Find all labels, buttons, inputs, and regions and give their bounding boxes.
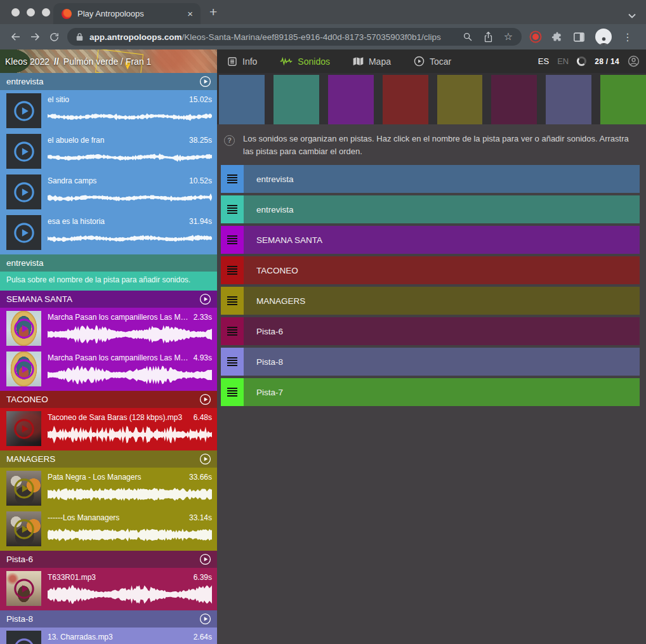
track-row-drag-handle[interactable] xyxy=(221,287,244,315)
address-bar[interactable]: app.antropoloops.com/Kleos-Santa-Marina/… xyxy=(67,28,522,46)
clip-item[interactable]: ------Los Mananagers 33.14s xyxy=(0,508,217,549)
track-play-button[interactable] xyxy=(199,553,211,565)
track-row-body[interactable]: Pista-6 xyxy=(244,317,640,345)
clip-thumbnail[interactable] xyxy=(6,352,41,386)
track-play-button[interactable] xyxy=(199,393,211,405)
clip-play-icon[interactable] xyxy=(13,578,35,600)
bookmark-star-icon[interactable]: ☆ xyxy=(504,32,513,42)
nav-item-tocar[interactable]: Tocar xyxy=(414,56,451,67)
clip-play-icon[interactable] xyxy=(13,181,35,203)
track-row-drag-handle[interactable] xyxy=(221,165,244,193)
clip-play-icon[interactable] xyxy=(13,518,35,540)
track-row[interactable]: entrevista xyxy=(221,165,640,193)
track-play-button[interactable] xyxy=(199,613,211,625)
track-row-drag-handle[interactable] xyxy=(221,378,244,406)
clip-item[interactable]: T633R01.mp3 6.39s xyxy=(0,568,217,608)
browser-menu-icon[interactable]: ⋮ xyxy=(623,31,633,43)
browser-tab[interactable]: Play Antropoloops × xyxy=(53,3,201,24)
track-row[interactable]: Pista-7 xyxy=(221,378,640,406)
clip-play-icon[interactable] xyxy=(13,141,35,162)
nav-item-info[interactable]: Info xyxy=(227,56,257,67)
screen-record-indicator-icon[interactable] xyxy=(532,34,539,40)
clip-thumbnail[interactable] xyxy=(6,571,41,606)
track-play-button[interactable] xyxy=(199,453,211,465)
track-header[interactable]: MANAGERS xyxy=(0,450,217,468)
track-row-body[interactable]: Pista-8 xyxy=(244,348,640,376)
clip-waveform xyxy=(48,148,212,167)
clip-item[interactable]: Marcha Pasan los campanilleros Las Mejor… xyxy=(0,308,217,348)
zoom-icon[interactable] xyxy=(463,32,473,42)
track-play-button[interactable] xyxy=(199,76,211,88)
clip-item[interactable]: Pata Negra - Los Managers 33.66s xyxy=(0,468,217,508)
new-tab-button[interactable]: + xyxy=(209,4,217,20)
window-close-button[interactable] xyxy=(11,8,20,16)
clip-item[interactable]: esa es la historia 31.94s xyxy=(0,212,217,253)
clip-play-icon[interactable] xyxy=(13,358,35,380)
track-row[interactable]: entrevista xyxy=(221,195,640,223)
track-row-body[interactable]: entrevista xyxy=(244,195,640,223)
clip-play-icon[interactable] xyxy=(13,318,35,339)
clip-thumbnail[interactable] xyxy=(6,631,41,644)
track-row[interactable]: Pista-8 xyxy=(221,348,640,376)
reload-button[interactable] xyxy=(44,28,63,46)
clip-item[interactable]: Marcha Pasan los campanilleros Las Mejor… xyxy=(0,348,217,389)
share-icon[interactable] xyxy=(484,32,493,43)
track-header[interactable]: entrevista xyxy=(0,73,217,90)
track-row-body[interactable]: entrevista xyxy=(244,165,640,193)
clip-thumbnail[interactable] xyxy=(6,174,41,209)
clip-play-icon[interactable] xyxy=(13,222,35,244)
clip-thumbnail[interactable] xyxy=(6,311,41,346)
track-row[interactable]: Pista-6 xyxy=(221,317,640,345)
track-row[interactable]: SEMANA SANTA xyxy=(221,226,640,254)
nav-item-sonidos[interactable]: Sonidos xyxy=(280,56,330,67)
project-breadcrumb[interactable]: Kleos 2022 // Pulmón verde / Fran 1 xyxy=(0,49,217,73)
clip-item[interactable]: 13. Charradas.mp3 2.64s xyxy=(0,628,217,644)
clip-thumbnail[interactable] xyxy=(6,215,41,250)
language-en-button[interactable]: EN xyxy=(557,56,569,66)
clip-item[interactable]: el sitio 15.02s xyxy=(0,90,217,131)
track-row-body[interactable]: SEMANA SANTA xyxy=(244,226,640,254)
clip-play-icon[interactable] xyxy=(13,478,35,499)
tab-search-chevron-icon[interactable] xyxy=(628,10,636,21)
forward-button[interactable] xyxy=(25,28,44,46)
account-icon[interactable] xyxy=(628,55,640,67)
clip-thumbnail[interactable] xyxy=(6,511,41,546)
track-row-drag-handle[interactable] xyxy=(221,317,244,345)
clip-thumbnail[interactable] xyxy=(6,411,41,446)
track-play-button[interactable] xyxy=(199,293,211,305)
track-row[interactable]: TACONEO xyxy=(221,256,640,284)
extensions-puzzle-icon[interactable] xyxy=(551,31,563,43)
clip-play-icon[interactable] xyxy=(13,418,35,440)
track-row-drag-handle[interactable] xyxy=(221,256,244,284)
window-minimize-button[interactable] xyxy=(27,8,35,16)
track-row-body[interactable]: MANAGERS xyxy=(244,287,640,315)
clip-item[interactable]: el abuelo de fran 38.25s xyxy=(0,131,217,171)
side-panel-icon[interactable] xyxy=(574,32,584,42)
track-row-body[interactable]: Pista-7 xyxy=(244,378,640,406)
profile-avatar[interactable] xyxy=(595,29,612,45)
track-header[interactable]: TACONEO xyxy=(0,391,217,408)
track-row-label: SEMANA SANTA xyxy=(256,235,322,245)
clip-item[interactable]: Taconeo de Sara Baras (128 kbps).mp3 6.4… xyxy=(0,408,217,449)
clip-thumbnail[interactable] xyxy=(6,471,41,506)
clip-thumbnail[interactable] xyxy=(6,134,41,169)
track-header[interactable]: entrevista xyxy=(0,254,217,272)
window-controls[interactable] xyxy=(11,8,50,16)
track-row-drag-handle[interactable] xyxy=(221,226,244,254)
track-row-drag-handle[interactable] xyxy=(221,195,244,223)
track-header[interactable]: SEMANA SANTA xyxy=(0,291,217,308)
track-header[interactable]: Pista-8 xyxy=(0,610,217,628)
nav-item-mapa[interactable]: Mapa xyxy=(353,56,391,67)
clip-play-icon[interactable] xyxy=(13,638,35,644)
window-zoom-button[interactable] xyxy=(42,8,50,16)
clip-play-icon[interactable] xyxy=(13,100,35,122)
clip-thumbnail[interactable] xyxy=(6,93,41,128)
tab-close-icon[interactable]: × xyxy=(186,8,194,19)
clip-item[interactable]: Sandra camps 10.52s xyxy=(0,171,217,212)
language-es-button[interactable]: ES xyxy=(538,56,549,66)
track-row[interactable]: MANAGERS xyxy=(221,287,640,315)
track-row-body[interactable]: TACONEO xyxy=(244,256,640,284)
track-header[interactable]: Pista-6 xyxy=(0,551,217,568)
track-row-drag-handle[interactable] xyxy=(221,348,244,376)
back-button[interactable] xyxy=(6,28,25,46)
